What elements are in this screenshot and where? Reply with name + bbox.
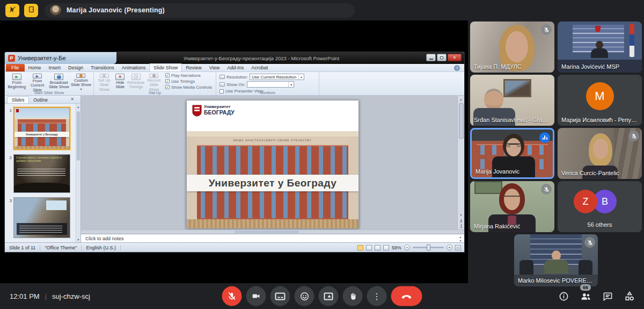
hide-slide-icon: ✕ (115, 74, 125, 80)
record-slide-show-button[interactable]: Record Slide Show ▾ (145, 73, 163, 89)
thumbnail-text-lines (17, 169, 65, 177)
close-button[interactable]: × (448, 54, 462, 61)
mic-off-icon (228, 292, 237, 301)
zoom-in-button[interactable]: + (447, 245, 452, 250)
activities-button[interactable] (624, 290, 635, 302)
slides-panel-scrollbar[interactable]: ▴ ▾ (76, 104, 80, 242)
tab-home[interactable]: Home (25, 64, 45, 71)
slide-show-view-button[interactable] (383, 245, 389, 250)
slide-thumbnail-1[interactable]: 1 Универзитет у Београду (6, 107, 75, 150)
language-indicator[interactable]: English (U.S.) (82, 245, 121, 250)
use-timings-checkbox[interactable]: ✓ Use Timings (165, 79, 212, 84)
participant-tile[interactable]: Тијана П. МДУЛС (470, 21, 554, 73)
from-beginning-button[interactable]: ▶ From Beginning (6, 73, 27, 89)
tab-view[interactable]: View (206, 64, 223, 71)
raise-hand-button[interactable] (343, 286, 363, 306)
end-call-icon (401, 291, 412, 301)
horizontal-scrollbar[interactable] (81, 229, 464, 234)
end-call-button[interactable] (391, 286, 422, 306)
participant-tile-speaking[interactable]: Marija Jovanovic (470, 128, 554, 179)
custom-slide-show-button[interactable]: Custom Slide Show ▾ (70, 73, 92, 89)
help-icon[interactable]: ? (454, 65, 460, 71)
hide-slide-button[interactable]: ✕ Hide Slide (113, 73, 127, 89)
reactions-button[interactable] (295, 286, 314, 306)
chat-button[interactable] (602, 290, 613, 302)
slide-thumbnail-3[interactable]: 3 (6, 197, 75, 238)
tab-slides[interactable]: Slides (7, 96, 29, 103)
tab-review[interactable]: Review (182, 64, 206, 71)
tab-insert[interactable]: Insert (45, 64, 65, 71)
mic-muted-icon (541, 24, 552, 35)
tab-outline[interactable]: Outline (29, 97, 52, 103)
zoom-slider-thumb[interactable] (427, 245, 430, 250)
participant-tile[interactable]: Marko Milosevic POVERENIK I... (514, 234, 598, 286)
camera-button[interactable] (246, 286, 266, 306)
emoji-icon (299, 291, 309, 301)
resolution-select[interactable]: Use Current Resolution ▾ (250, 74, 304, 80)
more-options-button[interactable]: ⋮ (367, 286, 387, 306)
participant-tile[interactable]: Srđan Stanisavljević - Gradsk... (470, 75, 554, 126)
reading-view-button[interactable] (375, 245, 380, 250)
tab-file[interactable]: File (6, 64, 25, 71)
powerpoint-titlebar: P Универзитет-у-Бе Универзитет-у-Београд… (5, 52, 464, 64)
presenter-pill[interactable]: Marija Jovanovic (Presenting) (45, 3, 355, 18)
set-up-slide-show-button[interactable]: Set Up Slide Show (96, 73, 113, 89)
zoom-out-button[interactable]: − (404, 245, 410, 250)
tab-design[interactable]: Design (64, 64, 87, 71)
participant-tile[interactable]: M Марија Исаиловић - Републ... (558, 75, 642, 126)
fit-to-window-button[interactable] (455, 245, 461, 250)
mic-muted-icon (628, 131, 639, 141)
previous-slide-button[interactable]: ▴▴ (460, 218, 462, 224)
tab-add-ins[interactable]: Add-Ins (223, 64, 247, 71)
others-tile[interactable]: Z B 56 others (558, 181, 642, 232)
meeting-details-button[interactable] (558, 290, 569, 302)
zoom-slider[interactable] (413, 247, 444, 248)
participant-tile[interactable]: Marina Jovićević MSP (558, 21, 642, 73)
raise-hand-icon (348, 292, 357, 300)
tab-animations[interactable]: Animations (118, 64, 150, 71)
participant-tile[interactable]: Verica Curcic-Pantelic (558, 128, 642, 179)
door-icon (28, 6, 35, 15)
minimize-button[interactable] (426, 54, 436, 61)
tab-acrobat[interactable]: Acrobat (247, 64, 272, 71)
restore-button[interactable] (437, 54, 447, 61)
meet-top-bar: Marija Jovanovic (Presenting) (0, 0, 644, 20)
notes-pane[interactable]: Click to add notes ▴▾ (81, 234, 464, 242)
play-narrations-checkbox[interactable]: ✓ Play Narrations (165, 73, 212, 78)
next-slide-button[interactable]: ▾▾ (460, 224, 462, 229)
theme-name[interactable]: "Office Theme" (40, 245, 82, 250)
mic-mute-button[interactable] (222, 286, 242, 306)
door-button[interactable] (24, 4, 38, 17)
scroll-down-icon[interactable]: ▾ (76, 238, 80, 241)
activities-icon (624, 291, 635, 301)
scroll-up-icon[interactable]: ▴ (459, 235, 461, 239)
presenter-avatar (50, 5, 61, 16)
tab-transitions[interactable]: Transitions (87, 64, 118, 71)
scroll-down-icon[interactable]: ▾ (460, 212, 462, 218)
audience-silhouette (14, 183, 70, 192)
broadcast-slide-show-icon (54, 74, 63, 80)
participants-button[interactable]: 66 (580, 290, 591, 302)
slide-thumbnail-2[interactable]: 2 Стручна пракса у органима локалне и др… (6, 154, 75, 193)
rehearse-timings-button[interactable]: Rehearse Timings (127, 73, 145, 89)
annotation-off-button[interactable] (5, 4, 19, 17)
from-current-slide-button[interactable]: ▶ From Current Slide (27, 73, 47, 89)
current-slide[interactable]: Универзитет БЕОГРАДУ МИША АНАСТАСИЈЕВИЋ … (186, 100, 359, 229)
normal-view-button[interactable] (357, 245, 363, 250)
scroll-up-icon[interactable]: ▴ (76, 105, 80, 109)
tab-slide-show[interactable]: Slide Show (149, 63, 182, 71)
window-light (46, 200, 67, 210)
start-slide-show-group: ▶ From Beginning ▶ From Current Slide Br… (5, 72, 94, 95)
scrollbar-thumb[interactable] (459, 103, 464, 139)
participant-tile[interactable]: Mirjana Rakićević (470, 181, 554, 232)
present-button[interactable] (319, 286, 339, 306)
slide-sorter-view-button[interactable] (366, 245, 372, 250)
close-panel-icon[interactable]: ✕ (70, 97, 74, 102)
vertical-scrollbar[interactable]: ▴ ▾ ▴▴ ▾▾ (457, 96, 464, 229)
show-on-select[interactable]: ▾ (247, 81, 294, 88)
show-media-controls-checkbox[interactable]: ✓ Show Media Controls (165, 85, 212, 90)
scroll-down-icon[interactable]: ▾ (459, 239, 461, 242)
scroll-up-icon[interactable]: ▴ (458, 96, 464, 102)
broadcast-slide-show-button[interactable]: Broadcast Slide Show (48, 73, 70, 89)
captions-button[interactable] (270, 286, 290, 306)
